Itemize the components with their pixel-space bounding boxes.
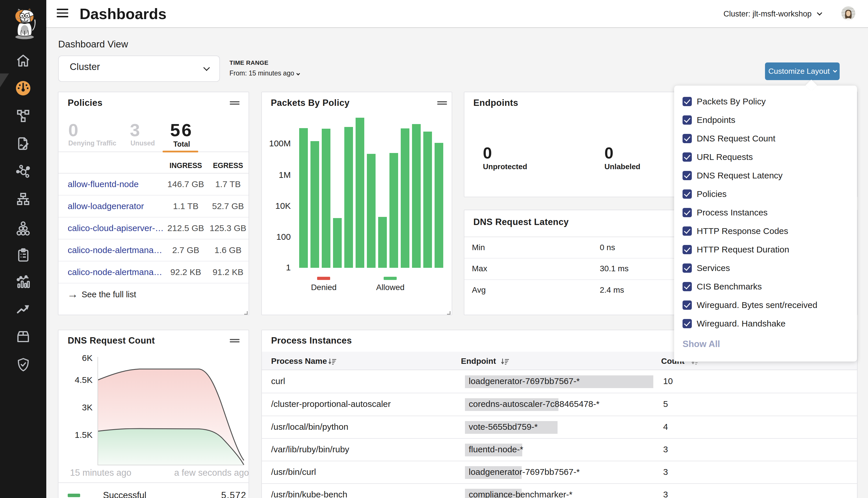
svg-text:1M: 1M — [278, 170, 291, 180]
svg-text:a few seconds ago: a few seconds ago — [174, 468, 248, 478]
svg-text:Denied: Denied — [311, 283, 337, 292]
svg-text:3K: 3K — [82, 403, 93, 412]
svg-text:1: 1 — [286, 263, 291, 272]
svg-text:4.5K: 4.5K — [75, 375, 93, 385]
svg-text:100M: 100M — [269, 139, 291, 148]
svg-text:6K: 6K — [82, 353, 93, 363]
svg-text:10K: 10K — [275, 201, 291, 211]
svg-text:100: 100 — [276, 232, 291, 241]
svg-text:1.5K: 1.5K — [75, 430, 93, 440]
svg-text:15 minutes ago: 15 minutes ago — [70, 468, 131, 478]
svg-text:Allowed: Allowed — [376, 283, 404, 292]
